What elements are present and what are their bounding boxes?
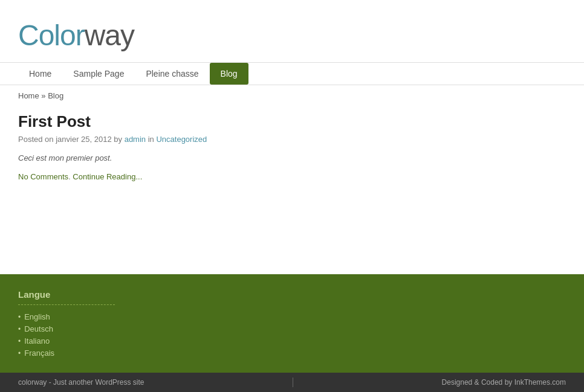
language-link-italiano[interactable]: Italiano bbox=[24, 336, 50, 345]
footer-site-tagline: colorway - Just another WordPress site bbox=[18, 378, 144, 387]
post-title: First Post bbox=[18, 112, 566, 131]
post-by: by bbox=[114, 135, 124, 144]
nav-link-pleine[interactable]: Pleine chasse bbox=[135, 63, 209, 85]
footer-credit: Designed & Coded by InkThemes.com bbox=[442, 378, 566, 387]
nav-item-home[interactable]: Home bbox=[18, 63, 62, 85]
footer-divider bbox=[18, 304, 115, 305]
site-header: Colorway bbox=[0, 0, 584, 62]
footer-bottom: colorway - Just another WordPress site D… bbox=[0, 373, 584, 392]
nav-item-pleine[interactable]: Pleine chasse bbox=[135, 63, 209, 85]
list-item: English bbox=[18, 312, 566, 321]
language-link-francais[interactable]: Français bbox=[24, 349, 54, 358]
nav-link-sample[interactable]: Sample Page bbox=[62, 63, 135, 85]
logo-color-part: Color bbox=[18, 19, 85, 51]
logo-rest-part: way bbox=[85, 19, 134, 51]
breadcrumb-current: Blog bbox=[48, 91, 63, 100]
nav-item-sample[interactable]: Sample Page bbox=[62, 63, 135, 85]
language-widget-title: Langue bbox=[18, 289, 566, 300]
language-list: English Deutsch Italiano Français bbox=[18, 312, 566, 358]
post-category-link[interactable]: Uncategorized bbox=[156, 135, 207, 144]
list-item: Deutsch bbox=[18, 324, 566, 333]
post-links: No Comments. Continue Reading... bbox=[18, 172, 566, 181]
post-date-value: janvier 25, 2012 bbox=[56, 135, 112, 144]
list-item: Italiano bbox=[18, 336, 566, 345]
post-in: in bbox=[148, 135, 157, 144]
breadcrumb: Home » Blog bbox=[0, 85, 584, 106]
blog-post: First Post Posted on janvier 25, 2012 by… bbox=[18, 112, 566, 181]
post-author-link[interactable]: admin bbox=[125, 135, 146, 144]
language-link-deutsch[interactable]: Deutsch bbox=[24, 324, 53, 333]
breadcrumb-home-link[interactable]: Home bbox=[18, 91, 39, 100]
footer-bottom-divider bbox=[293, 378, 293, 387]
post-excerpt: Ceci est mon premier post. bbox=[18, 153, 566, 162]
continue-reading-link[interactable]: Continue Reading... bbox=[73, 172, 142, 181]
main-content: First Post Posted on janvier 25, 2012 by… bbox=[0, 106, 584, 274]
nav-link-blog[interactable]: Blog bbox=[210, 63, 248, 85]
site-logo[interactable]: Colorway bbox=[18, 12, 566, 62]
breadcrumb-separator: » bbox=[41, 91, 48, 100]
no-comments-link[interactable]: No Comments bbox=[18, 172, 68, 181]
list-item: Français bbox=[18, 349, 566, 358]
post-meta-prefix: Posted on bbox=[18, 135, 54, 144]
language-widget: Langue English Deutsch Italiano Français bbox=[18, 289, 566, 358]
navigation-bar: Home Sample Page Pleine chasse Blog bbox=[0, 62, 584, 85]
language-link-english[interactable]: English bbox=[24, 312, 50, 321]
nav-link-home[interactable]: Home bbox=[18, 63, 62, 85]
post-meta: Posted on janvier 25, 2012 by admin in U… bbox=[18, 135, 566, 144]
nav-menu: Home Sample Page Pleine chasse Blog bbox=[18, 63, 566, 85]
post-link-separator: . bbox=[68, 172, 71, 181]
footer-main: Langue English Deutsch Italiano Français bbox=[0, 274, 584, 373]
nav-item-blog[interactable]: Blog bbox=[210, 63, 248, 85]
